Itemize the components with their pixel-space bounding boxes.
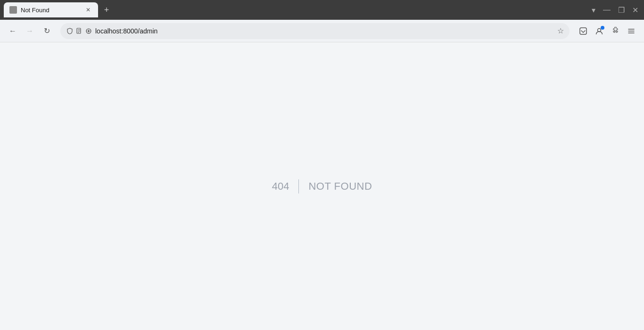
profile-badge <box>601 26 604 30</box>
reload-button[interactable]: ↻ <box>40 24 54 38</box>
restore-button[interactable]: ❐ <box>616 4 627 16</box>
back-button[interactable]: ← <box>6 24 20 38</box>
address-bar[interactable]: ☆ <box>60 23 570 39</box>
document-icon <box>75 27 83 35</box>
svg-point-3 <box>88 30 90 32</box>
forward-button[interactable]: → <box>23 24 37 38</box>
navigation-bar: ← → ↻ <box>0 20 644 42</box>
svg-rect-0 <box>11 8 16 12</box>
pocket-button[interactable] <box>576 24 590 38</box>
svg-rect-4 <box>580 28 586 34</box>
new-tab-button[interactable]: + <box>100 3 113 16</box>
url-input[interactable] <box>95 27 553 35</box>
dropdown-button[interactable]: ▾ <box>590 4 597 16</box>
browser-chrome: Not Found ✕ + ▾ — ❐ ✕ ← → ↻ <box>0 0 644 42</box>
profile-button[interactable] <box>592 24 606 38</box>
minimize-button[interactable]: — <box>601 4 612 16</box>
tab-title: Not Found <box>21 7 81 14</box>
window-controls: ▾ — ❐ ✕ <box>590 4 640 16</box>
error-divider <box>298 179 299 193</box>
tab-close-button[interactable]: ✕ <box>84 6 92 14</box>
tab-favicon-icon <box>9 6 17 14</box>
menu-button[interactable] <box>624 24 638 38</box>
close-window-button[interactable]: ✕ <box>630 4 640 16</box>
extensions-button[interactable] <box>608 24 622 38</box>
error-container: 404 NOT FOUND <box>272 179 372 193</box>
active-tab[interactable]: Not Found ✕ <box>4 2 98 17</box>
tab-bar: Not Found ✕ + ▾ — ❐ ✕ <box>0 0 644 20</box>
bookmark-star-button[interactable]: ☆ <box>557 26 564 35</box>
page-content: 404 NOT FOUND <box>0 42 644 330</box>
shield-icon <box>66 27 74 35</box>
tracking-icon <box>85 27 92 35</box>
address-bar-security-icons <box>66 27 92 35</box>
error-message: NOT FOUND <box>308 180 372 193</box>
error-code: 404 <box>272 180 289 193</box>
nav-right-icons <box>576 24 638 38</box>
